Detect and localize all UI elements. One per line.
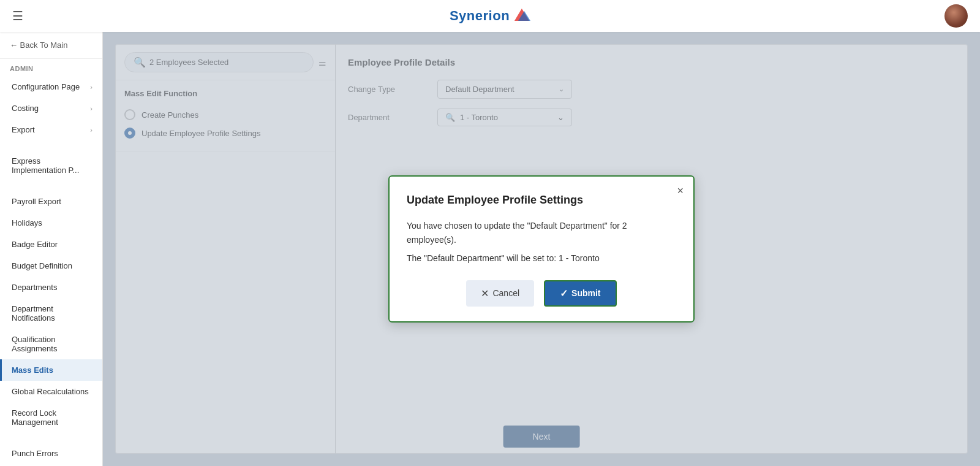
sidebar-item-label: Budget Definition [12, 261, 72, 270]
sidebar-item-mass-edits[interactable]: Mass Edits [0, 359, 102, 381]
chevron-right-icon: › [90, 83, 92, 91]
modal-body-line1: You have chosen to update the "Default D… [407, 219, 676, 246]
sidebar-item-departments[interactable]: Departments [0, 277, 102, 298]
sidebar-item-label: Mass Edits [12, 365, 53, 375]
logo-area: Synerion [450, 7, 530, 25]
sidebar-item-export[interactable]: Export › [0, 119, 102, 140]
sidebar-item-badge-editor[interactable]: Badge Editor [0, 234, 102, 255]
sidebar-item-label: Costing [12, 104, 39, 113]
sidebar-item-record-lock-management[interactable]: Record Lock Management [0, 402, 102, 433]
sidebar-divider [0, 140, 102, 150]
submit-label: Submit [571, 288, 600, 298]
sidebar-item-label: Payroll Export [12, 197, 61, 206]
update-employee-profile-modal: Update Employee Profile Settings × You h… [388, 175, 695, 322]
modal-close-button[interactable]: × [677, 185, 684, 196]
sidebar-item-label: Badge Editor [12, 240, 58, 249]
sidebar-item-label: Express Implementation P... [12, 156, 92, 175]
top-nav: ☰ Synerion [0, 0, 980, 32]
cancel-label: Cancel [492, 288, 519, 298]
sidebar-divider [0, 433, 102, 443]
submit-icon: ✓ [560, 288, 568, 299]
sidebar-item-costing[interactable]: Costing › [0, 97, 102, 119]
sidebar-item-budget-definition[interactable]: Budget Definition [0, 255, 102, 277]
sidebar-item-label: Export [12, 125, 35, 134]
sidebar-item-label: Holidays [12, 218, 42, 227]
modal-footer: ✕ Cancel ✓ Submit [407, 280, 676, 307]
submit-button[interactable]: ✓ Submit [544, 280, 616, 307]
sidebar-item-qualification-assignments[interactable]: Qualification Assignments [0, 329, 102, 359]
sidebar-item-configuration-page[interactable]: Configuration Page › [0, 76, 102, 97]
sidebar-item-label: Departments [12, 283, 57, 292]
admin-section-label: ADMIN [0, 59, 102, 76]
modal-overlay: Update Employee Profile Settings × You h… [103, 32, 980, 466]
modal-body-line2: The "Default Department" will be set to:… [407, 251, 676, 265]
sidebar-item-department-notifications[interactable]: Department Notifications [0, 298, 102, 329]
content-area: 🔍 ⚌ Mass Edit Function Create Punches Up… [103, 32, 980, 466]
hamburger-icon[interactable]: ☰ [12, 9, 23, 23]
sidebar-item-express-implementation[interactable]: Express Implementation P... [0, 150, 102, 181]
modal-title: Update Employee Profile Settings [407, 194, 676, 207]
modal-body: You have chosen to update the "Default D… [407, 219, 676, 265]
main-layout: ← Back To Main ADMIN Configuration Page … [0, 32, 980, 466]
avatar[interactable] [944, 4, 968, 28]
cancel-button[interactable]: ✕ Cancel [466, 280, 534, 307]
cancel-icon: ✕ [481, 288, 489, 299]
sidebar-item-label: Qualification Assignments [12, 335, 92, 353]
sidebar-item-label: Record Lock Management [12, 408, 92, 427]
sidebar-item-label: Punch Errors [12, 449, 58, 458]
sidebar-divider [0, 181, 102, 191]
sidebar-item-payroll-export[interactable]: Payroll Export [0, 191, 102, 212]
avatar-image [944, 4, 968, 28]
chevron-right-icon: › [90, 105, 92, 112]
sidebar-item-label: Configuration Page [12, 82, 80, 91]
back-to-main-link[interactable]: ← Back To Main [0, 32, 102, 59]
sidebar-item-label: Global Recalculations [12, 387, 89, 396]
sidebar-item-global-recalculations[interactable]: Global Recalculations [0, 381, 102, 402]
sidebar-item-holidays[interactable]: Holidays [0, 212, 102, 234]
sidebar-item-punch-errors[interactable]: Punch Errors [0, 443, 102, 464]
sidebar-item-label: Department Notifications [12, 304, 92, 323]
sidebar: ← Back To Main ADMIN Configuration Page … [0, 32, 103, 466]
synerion-logo-icon [513, 7, 530, 25]
chevron-right-icon: › [90, 126, 92, 134]
synerion-logo: Synerion [450, 8, 510, 24]
